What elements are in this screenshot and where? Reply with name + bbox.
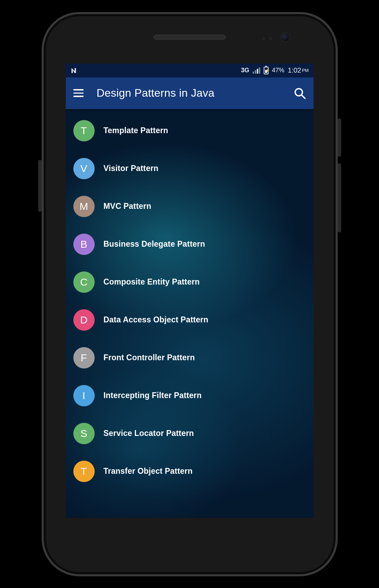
avatar: T bbox=[73, 120, 95, 141]
list-item[interactable]: DData Access Object Pattern bbox=[66, 301, 314, 339]
phone-frame: 3G ⚡ 47% 1:02PM Design Patterns in Java bbox=[42, 12, 338, 576]
screen: 3G ⚡ 47% 1:02PM Design Patterns in Java bbox=[66, 64, 314, 518]
avatar: S bbox=[73, 423, 95, 444]
avatar: F bbox=[73, 347, 95, 368]
avatar: V bbox=[73, 158, 95, 179]
signal-icon bbox=[253, 67, 260, 74]
clock: 1:02PM bbox=[288, 66, 308, 74]
list-item[interactable]: IIntercepting Filter Pattern bbox=[66, 377, 314, 415]
phone-volume-button bbox=[338, 163, 341, 232]
list-item-label: Intercepting Filter Pattern bbox=[104, 391, 202, 400]
list-item[interactable]: VVisitor Pattern bbox=[66, 150, 314, 188]
avatar: B bbox=[73, 234, 95, 255]
list-item-label: Transfer Object Pattern bbox=[104, 467, 193, 476]
svg-line-1 bbox=[302, 95, 305, 98]
search-icon[interactable] bbox=[294, 87, 306, 99]
list-item-label: Visitor Pattern bbox=[104, 164, 159, 173]
list-item-label: Data Access Object Pattern bbox=[104, 315, 209, 324]
avatar: M bbox=[73, 196, 95, 217]
phone-earpiece bbox=[154, 35, 226, 40]
pattern-list[interactable]: TTemplate PatternVVisitor PatternMMVC Pa… bbox=[66, 109, 314, 497]
avatar: I bbox=[73, 385, 95, 406]
menu-icon[interactable] bbox=[73, 87, 85, 99]
network-label: 3G bbox=[241, 67, 249, 74]
list-item-label: Business Delegate Pattern bbox=[104, 239, 205, 249]
list-item-label: Service Locator Pattern bbox=[104, 429, 194, 438]
avatar: C bbox=[73, 271, 95, 293]
notification-icon bbox=[71, 67, 78, 74]
list-item-label: Front Controller Pattern bbox=[104, 353, 195, 362]
phone-sensor bbox=[269, 37, 272, 40]
avatar: T bbox=[73, 461, 95, 482]
list-item[interactable]: MMVC Pattern bbox=[66, 188, 314, 225]
list-item-label: MVC Pattern bbox=[104, 202, 151, 211]
avatar: D bbox=[73, 309, 95, 331]
phone-front-camera bbox=[281, 33, 289, 42]
list-item-label: Composite Entity Pattern bbox=[104, 277, 200, 287]
phone-sensor bbox=[262, 37, 265, 40]
list-item[interactable]: BBusiness Delegate Pattern bbox=[66, 225, 314, 263]
battery-percent: 47% bbox=[272, 67, 284, 74]
page-title: Design Patterns in Java bbox=[97, 87, 215, 99]
list-item[interactable]: TTemplate Pattern bbox=[66, 112, 314, 150]
list-item[interactable]: FFront Controller Pattern bbox=[66, 339, 314, 377]
battery-icon: ⚡ bbox=[264, 67, 269, 74]
list-item[interactable]: CComposite Entity Pattern bbox=[66, 263, 314, 301]
list-item-label: Template Pattern bbox=[104, 126, 168, 135]
phone-power-button bbox=[338, 119, 341, 157]
list-item[interactable]: TTransfer Object Pattern bbox=[66, 452, 314, 490]
list-item[interactable]: SService Locator Pattern bbox=[66, 415, 314, 452]
app-bar: Design Patterns in Java bbox=[66, 77, 314, 109]
phone-side-button bbox=[38, 160, 42, 212]
status-bar: 3G ⚡ 47% 1:02PM bbox=[66, 64, 314, 77]
